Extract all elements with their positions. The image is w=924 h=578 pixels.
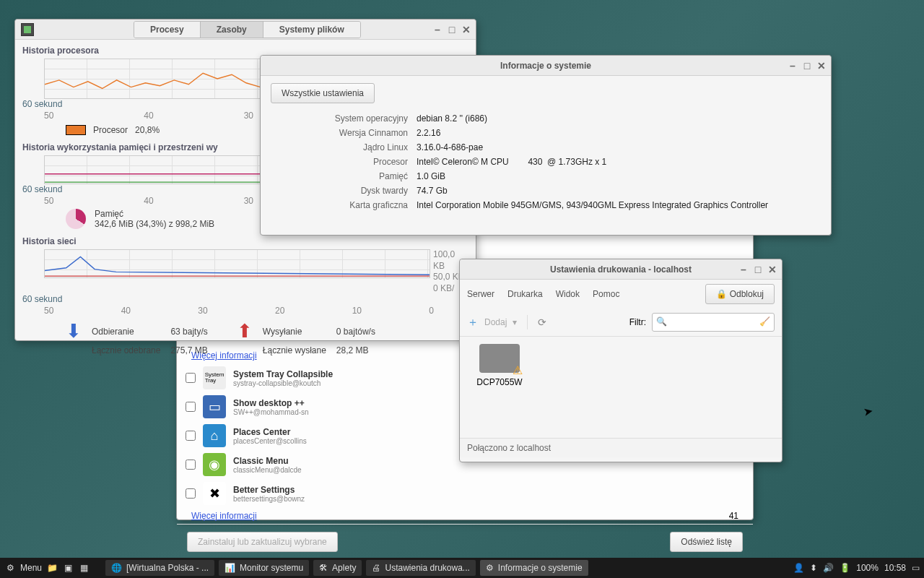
close-icon[interactable]: ✕ <box>460 23 473 36</box>
applet-checkbox[interactable] <box>186 460 196 470</box>
window-title: Ustawienia drukowania - localhost <box>550 264 692 275</box>
clear-icon[interactable]: 🧹 <box>759 316 770 327</box>
applet-row[interactable]: ✖ Better Settingsbettersettings@bownz <box>177 479 753 508</box>
send-label: Wysyłanie <box>263 327 326 337</box>
applet-checkbox[interactable] <box>186 373 196 383</box>
send-total-value: 28,2 MB <box>336 345 375 355</box>
menu-gear-icon[interactable]: ⚙ <box>4 562 16 574</box>
applet-id: placesCenter@scollins <box>233 437 307 445</box>
files-icon[interactable]: 📁 <box>46 562 58 574</box>
tab-systemy[interactable]: Systemy plików <box>263 22 360 38</box>
cpu-value: 20,8% <box>135 125 160 135</box>
axis-label: 60 sekund <box>22 184 62 194</box>
print-settings-window: Ustawienia drukowania - localhost – □ ✕ … <box>459 259 783 462</box>
minimize-icon[interactable]: – <box>786 59 799 72</box>
filter-label: Filtr: <box>629 317 646 327</box>
applet-checkbox[interactable] <box>186 488 196 499</box>
gfx-value: Intel Corporation Mobile 945GM/GMS, 943/… <box>417 200 814 210</box>
tray-clock[interactable]: 10:58 <box>884 563 906 573</box>
menu-help[interactable]: Pomoc <box>593 289 619 299</box>
printer-item[interactable]: DCP7055W <box>467 344 532 431</box>
applet-id: bettersettings@bownz <box>233 495 305 503</box>
task-applets[interactable]: 🛠Aplety <box>313 560 362 576</box>
task-monitor[interactable]: 📊Monitor systemu <box>219 560 309 576</box>
install-button[interactable]: Zainstaluj lub zaktualizuj wybrane <box>187 532 338 552</box>
menu-view[interactable]: Widok <box>556 289 580 299</box>
sysmon-tabs: Procesy Zasoby Systemy plików <box>134 21 361 38</box>
printwin-titlebar[interactable]: Ustawienia drukowania - localhost – □ ✕ <box>460 259 782 280</box>
printer-icon: 🖨 <box>372 563 380 573</box>
applet-checkbox[interactable] <box>186 402 196 412</box>
os-value: debian 8.2 '' (i686) <box>417 113 814 124</box>
sysmon-titlebar[interactable]: Procesy Zasoby Systemy plików – □ ✕ <box>15 20 476 40</box>
minimize-icon[interactable]: – <box>737 263 750 276</box>
applet-name: Better Settings <box>233 485 305 495</box>
monitor-icon: 📊 <box>225 563 235 573</box>
recv-value: 63 bajty/s <box>170 327 207 337</box>
chevron-down-icon[interactable]: ▾ <box>513 317 517 327</box>
maximize-icon[interactable]: □ <box>801 59 814 72</box>
desktop-icon: ▭ <box>203 395 226 418</box>
add-icon[interactable]: ＋ <box>467 315 479 330</box>
net-history-title: Historia sieci <box>22 236 468 246</box>
tray-user-icon[interactable]: 👤 <box>793 563 804 573</box>
all-settings-button[interactable]: Wszystkie ustawienia <box>271 83 375 103</box>
net-graph <box>44 249 430 278</box>
download-arrow-icon: ⬇ <box>66 320 82 342</box>
tab-zasoby[interactable]: Zasoby <box>200 22 263 38</box>
menu-printer[interactable]: Drukarka <box>507 289 543 299</box>
tab-procesy[interactable]: Procesy <box>134 22 200 38</box>
close-icon[interactable]: ✕ <box>766 263 779 276</box>
minimize-icon[interactable]: – <box>431 23 444 36</box>
globe-icon: 🌐 <box>111 563 122 573</box>
tray-volume-icon[interactable]: 🔊 <box>823 563 834 573</box>
applet-name: Show desktop ++ <box>233 398 309 408</box>
printer-name: DCP7055W <box>467 377 532 387</box>
more-info-link[interactable]: Więcej informacji <box>191 511 257 521</box>
task-sysinfo[interactable]: ⚙Informacje o systemie <box>480 560 588 576</box>
task-printing[interactable]: 🖨Ustawienia drukowa... <box>366 560 475 576</box>
taskbar: ⚙ Menu 📁 ▣ ▦ 🌐[Wirtualna Polska - ... 📊M… <box>0 558 924 578</box>
mint-icon: ◉ <box>203 453 226 476</box>
refresh-icon[interactable]: ⟳ <box>538 316 546 328</box>
cpu-label: Procesor <box>278 157 408 167</box>
sysinfo-titlebar[interactable]: Informacje o systemie – □ ✕ <box>261 56 831 76</box>
applet-name: Places Center <box>233 427 307 437</box>
task-browser[interactable]: 🌐[Wirtualna Polska - ... <box>105 560 214 576</box>
tray-network-icon[interactable]: ⬍ <box>810 563 817 573</box>
app-icon[interactable]: ▦ <box>78 562 90 574</box>
mem-value: 342,6 MiB (34,3%) z 998,2 MiB <box>95 219 214 229</box>
applet-name: System Tray Collapsible <box>233 369 333 379</box>
maximize-icon[interactable]: □ <box>751 263 764 276</box>
maximize-icon[interactable]: □ <box>445 23 458 36</box>
info-icon: ⚙ <box>486 563 494 573</box>
printers-list: DCP7055W <box>460 337 782 438</box>
gfx-label: Karta graficzna <box>278 200 408 210</box>
recv-total-value: 275,7 MB <box>170 345 207 355</box>
disk-value: 74.7 Gb <box>417 186 814 196</box>
printer-icon <box>479 344 520 373</box>
send-value: 0 bajtów/s <box>336 327 375 337</box>
refresh-button[interactable]: Odśwież listę <box>670 532 743 552</box>
add-label: Dodaj <box>484 317 507 327</box>
settings-icon: ✖ <box>203 482 226 505</box>
home-icon: ⌂ <box>203 424 226 447</box>
kernel-value: 3.16.0-4-686-pae <box>417 142 814 152</box>
close-icon[interactable]: ✕ <box>815 59 828 72</box>
cinnamon-value: 2.2.16 <box>417 128 814 138</box>
upload-arrow-icon: ⬆ <box>237 320 253 342</box>
menu-server[interactable]: Serwer <box>467 289 494 299</box>
cpu-legend: Procesor <box>93 125 128 135</box>
mem-legend: Pamięć <box>95 209 214 219</box>
menu-button[interactable]: Menu <box>20 563 42 573</box>
cpu-history-title: Historia procesora <box>22 46 468 56</box>
tray-show-desktop-icon[interactable]: ▭ <box>912 563 920 573</box>
recv-label: Odbieranie <box>92 327 160 337</box>
battery-pct: 100% <box>856 563 879 573</box>
tray-battery-icon[interactable]: 🔋 <box>840 563 850 573</box>
applet-checkbox[interactable] <box>186 431 196 441</box>
filter-input[interactable] <box>652 313 775 332</box>
send-total-label: Łącznie wysłane <box>263 345 326 355</box>
unlock-button[interactable]: 🔒 Odblokuj <box>705 284 775 304</box>
terminal-icon[interactable]: ▣ <box>62 562 74 574</box>
